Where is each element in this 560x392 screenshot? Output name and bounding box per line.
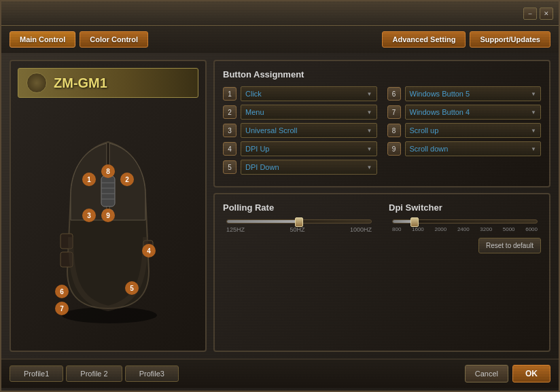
dropdown-arrow-1: ▼ [367, 91, 372, 97]
close-button[interactable]: ✕ [540, 7, 553, 20]
dropdown-arrow-6: ▼ [531, 91, 536, 97]
svg-text:2: 2 [125, 176, 129, 183]
cancel-button[interactable]: Cancel [465, 365, 508, 382]
profile3-tab[interactable]: Profile3 [125, 366, 179, 382]
settings-panel: Polling Rate 125HZ 50HZ 1000HZ [213, 193, 550, 352]
btn-select-7[interactable]: Windows Button 4 ▼ [405, 105, 542, 120]
bottom-bar: Profile1 Profile 2 Profile3 Cancel OK [1, 359, 559, 388]
main-content: ZM-GM1 [1, 53, 559, 359]
right-panel: Button Assignment 1 Click ▼ 2 [213, 60, 550, 352]
top-nav: Main Control Color Control Advanced Sett… [1, 26, 559, 53]
dpi-labels: 800 1600 2000 2400 3200 5000 6000 [392, 226, 538, 232]
dropdown-arrow-4: ▼ [367, 146, 372, 152]
bottom-buttons: Cancel OK [465, 365, 550, 382]
assignment-row-6: 6 Windows Button 5 ▼ [387, 86, 542, 101]
btn-num-6: 6 [387, 87, 401, 101]
assignment-row-9: 9 Scroll down ▼ [387, 141, 542, 156]
polling-rate-fill [227, 220, 299, 223]
svg-rect-2 [101, 176, 115, 207]
btn-select-5[interactable]: DPI Down ▼ [241, 160, 377, 175]
assignment-row-4: 4 DPI Up ▼ [223, 141, 377, 156]
svg-text:9: 9 [106, 212, 110, 219]
mouse-panel: ZM-GM1 [10, 60, 207, 352]
btn-num-2: 2 [223, 105, 237, 119]
color-control-button[interactable]: Color Control [80, 31, 148, 48]
dropdown-arrow-8: ▼ [531, 128, 536, 134]
btn-num-8: 8 [387, 124, 401, 137]
assignment-col2: 6 Windows Button 5 ▼ 7 Windows Button 4 … [387, 86, 542, 178]
nav-right: Advanced Setting Support/Updates [382, 31, 550, 48]
dpi-track [392, 219, 538, 224]
btn-select-6[interactable]: Windows Button 5 ▼ [405, 86, 542, 101]
dropdown-arrow-9: ▼ [531, 146, 536, 152]
svg-text:4: 4 [147, 247, 151, 255]
polling-rate-track [226, 219, 372, 224]
polling-rate-col: Polling Rate 125HZ 50HZ 1000HZ [223, 202, 375, 253]
assignment-col1: 1 Click ▼ 2 Menu ▼ [223, 86, 377, 178]
settings-row: Polling Rate 125HZ 50HZ 1000HZ [223, 202, 541, 253]
reset-default-button[interactable]: Reset to default [478, 238, 541, 253]
main-control-button[interactable]: Main Control [10, 31, 75, 48]
mouse-svg: 1 2 8 9 6 7 [33, 115, 183, 332]
dropdown-arrow-2: ▼ [367, 109, 372, 115]
mouse-model-label: ZM-GM1 [54, 75, 107, 91]
btn-select-1[interactable]: Click ▼ [241, 86, 377, 101]
assignment-title: Button Assignment [223, 69, 541, 79]
mouse-image-area: 1 2 8 9 6 7 [18, 108, 198, 339]
profile1-tab[interactable]: Profile1 [10, 366, 63, 382]
dpi-switcher-title: Dpi Switcher [389, 202, 541, 213]
polling-rate-labels: 125HZ 50HZ 1000HZ [226, 226, 372, 233]
btn-num-7: 7 [387, 105, 401, 119]
dpi-switcher-col: Dpi Switcher 800 1600 2000 2400 [389, 202, 541, 253]
assignment-row-8: 8 Scroll up ▼ [387, 123, 542, 138]
btn-num-5: 5 [223, 160, 237, 174]
polling-rate-title: Polling Rate [223, 202, 375, 213]
polling-rate-slider: 125HZ 50HZ 1000HZ [223, 219, 375, 233]
mouse-logo [27, 73, 47, 93]
svg-text:3: 3 [87, 212, 91, 219]
dropdown-arrow-3: ▼ [367, 128, 372, 134]
dropdown-arrow-7: ▼ [531, 109, 536, 115]
profile-tabs: Profile1 Profile 2 Profile3 [10, 366, 179, 382]
btn-select-8[interactable]: Scroll up ▼ [405, 123, 542, 138]
nav-left: Main Control Color Control [10, 31, 148, 48]
mouse-title-bar: ZM-GM1 [18, 68, 198, 98]
advanced-setting-button[interactable]: Advanced Setting [382, 31, 466, 48]
assignment-row-1: 1 Click ▼ [223, 86, 377, 101]
assignment-row-7: 7 Windows Button 4 ▼ [387, 105, 542, 120]
svg-text:5: 5 [130, 285, 134, 292]
dpi-thumb[interactable] [410, 217, 419, 227]
polling-rate-thumb[interactable] [295, 217, 303, 227]
btn-num-4: 4 [223, 142, 237, 156]
assignment-row-3: 3 Universal Scroll ▼ [223, 123, 377, 138]
svg-text:7: 7 [60, 305, 64, 313]
btn-select-4[interactable]: DPI Up ▼ [241, 141, 377, 156]
app-window: – ✕ Main Control Color Control Advanced … [0, 0, 560, 392]
profile2-tab[interactable]: Profile 2 [66, 366, 122, 382]
svg-text:1: 1 [87, 176, 91, 183]
title-bar: – ✕ [1, 1, 559, 26]
assignment-row-5: 5 DPI Down ▼ [223, 160, 377, 175]
btn-select-2[interactable]: Menu ▼ [241, 105, 377, 120]
btn-num-1: 1 [223, 87, 237, 101]
btn-select-3[interactable]: Universal Scroll ▼ [241, 123, 377, 138]
btn-num-3: 3 [223, 124, 237, 137]
ok-button[interactable]: OK [512, 365, 550, 382]
support-updates-button[interactable]: Support/Updates [470, 31, 550, 48]
btn-select-9[interactable]: Scroll down ▼ [405, 141, 542, 156]
btn-num-9: 9 [387, 142, 401, 156]
dpi-switcher-slider: 800 1600 2000 2400 3200 5000 6000 [389, 219, 541, 232]
minimize-button[interactable]: – [523, 7, 537, 20]
assignment-panel: Button Assignment 1 Click ▼ 2 [213, 60, 550, 188]
svg-text:8: 8 [106, 168, 110, 175]
svg-text:6: 6 [60, 288, 64, 296]
assignment-row-2: 2 Menu ▼ [223, 105, 377, 120]
dropdown-arrow-5: ▼ [367, 164, 372, 171]
